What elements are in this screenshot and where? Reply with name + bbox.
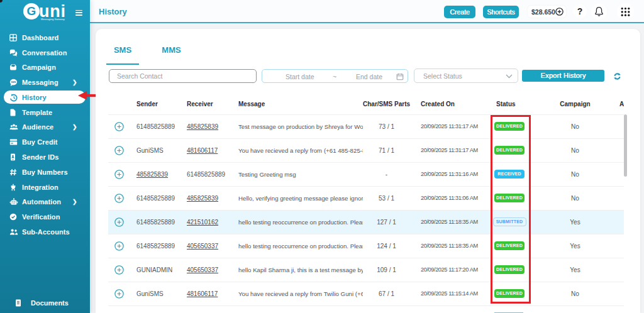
svg-text:SMS: SMS [11, 81, 16, 84]
